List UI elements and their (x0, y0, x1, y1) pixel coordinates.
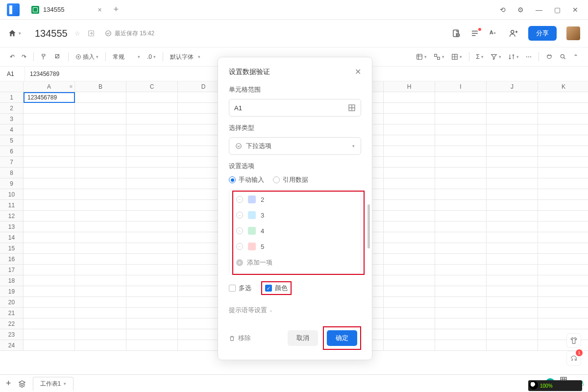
cell[interactable] (435, 124, 487, 135)
grid-picker-icon[interactable] (348, 104, 356, 112)
row-header[interactable]: 3 (0, 114, 24, 124)
cell[interactable] (538, 157, 588, 168)
cell[interactable] (24, 189, 75, 200)
cell[interactable] (435, 92, 487, 103)
cell[interactable] (435, 211, 487, 221)
cell[interactable] (384, 297, 435, 308)
cell[interactable] (435, 157, 487, 168)
cell[interactable] (126, 221, 178, 232)
add-sheet-button[interactable]: + (6, 378, 11, 389)
cell[interactable] (435, 221, 487, 232)
cell[interactable] (75, 297, 126, 308)
avatar[interactable] (566, 26, 580, 40)
plugin-button[interactable] (544, 52, 555, 62)
row-header[interactable]: 4 (0, 124, 24, 135)
column-header[interactable]: K (538, 81, 588, 92)
cell[interactable] (24, 200, 75, 211)
cell[interactable] (126, 103, 178, 114)
cell[interactable] (75, 232, 126, 243)
row-header[interactable]: 12 (0, 211, 24, 221)
cell[interactable] (435, 308, 487, 318)
cell[interactable] (384, 318, 435, 329)
row-header[interactable]: 15 (0, 243, 24, 254)
cell[interactable] (384, 103, 435, 114)
cell[interactable] (126, 124, 178, 135)
cell[interactable] (538, 243, 588, 254)
cell[interactable] (75, 135, 126, 146)
cell[interactable] (126, 275, 178, 286)
cell[interactable] (487, 329, 538, 340)
cell[interactable] (24, 340, 75, 351)
cell[interactable] (487, 168, 538, 178)
cell[interactable] (487, 157, 538, 168)
cell[interactable] (126, 340, 178, 351)
cell[interactable] (126, 265, 178, 275)
cell[interactable] (126, 318, 178, 329)
cell[interactable] (487, 211, 538, 221)
row-header[interactable]: 5 (0, 135, 24, 146)
range-input[interactable]: A1 (229, 99, 361, 117)
option-row[interactable]: −5 (229, 239, 361, 254)
cell[interactable] (75, 157, 126, 168)
cell[interactable] (24, 318, 75, 329)
cell[interactable] (487, 200, 538, 211)
cell[interactable] (435, 318, 487, 329)
text-format-icon[interactable]: A≡ (489, 29, 499, 38)
cell[interactable] (75, 189, 126, 200)
cell[interactable] (487, 221, 538, 232)
cell[interactable] (538, 189, 588, 200)
cell[interactable] (538, 200, 588, 211)
cell[interactable] (435, 297, 487, 308)
cell[interactable] (435, 329, 487, 340)
undo-button[interactable]: ↶ (8, 52, 17, 62)
close-window-icon[interactable]: ✕ (572, 6, 578, 14)
cell[interactable] (384, 254, 435, 265)
cell[interactable] (487, 275, 538, 286)
cell[interactable] (538, 265, 588, 275)
sort-button[interactable]: ▾ (506, 52, 521, 62)
cell[interactable] (487, 103, 538, 114)
cell[interactable] (24, 146, 75, 157)
group-button[interactable]: ▾ (432, 52, 446, 62)
cell[interactable] (435, 265, 487, 275)
row-header[interactable]: 11 (0, 200, 24, 211)
column-header[interactable]: I (435, 81, 487, 92)
cell[interactable] (75, 318, 126, 329)
cell[interactable] (126, 146, 178, 157)
cell[interactable] (24, 211, 75, 221)
cell[interactable] (24, 254, 75, 265)
cell[interactable] (24, 243, 75, 254)
cell[interactable] (538, 114, 588, 124)
cell[interactable] (435, 340, 487, 351)
document-title[interactable]: 134555 (35, 28, 68, 39)
cell[interactable] (538, 124, 588, 135)
cell[interactable] (24, 221, 75, 232)
cell[interactable] (24, 232, 75, 243)
row-header[interactable]: 8 (0, 168, 24, 178)
cell[interactable] (126, 308, 178, 318)
cell[interactable] (538, 211, 588, 221)
cell[interactable]: 123456789 (24, 92, 75, 103)
cell[interactable] (126, 168, 178, 178)
table-button[interactable]: ▾ (449, 52, 464, 62)
new-tab-button[interactable]: + (114, 4, 119, 15)
cell[interactable] (384, 200, 435, 211)
cell[interactable] (24, 135, 75, 146)
cell[interactable] (24, 297, 75, 308)
option-row[interactable]: −3 (229, 207, 361, 223)
cell[interactable] (126, 211, 178, 221)
cell[interactable] (384, 114, 435, 124)
cell[interactable] (538, 92, 588, 103)
cell[interactable] (75, 254, 126, 265)
cell[interactable] (75, 124, 126, 135)
cell[interactable] (126, 297, 178, 308)
cancel-button[interactable]: 取消 (288, 330, 318, 346)
cell[interactable] (384, 329, 435, 340)
cell[interactable] (24, 329, 75, 340)
cell[interactable] (75, 146, 126, 157)
cell[interactable] (75, 221, 126, 232)
cell[interactable] (487, 189, 538, 200)
row-header[interactable]: 18 (0, 275, 24, 286)
decimal-button[interactable]: .0▾ (145, 52, 158, 62)
cell[interactable] (435, 114, 487, 124)
